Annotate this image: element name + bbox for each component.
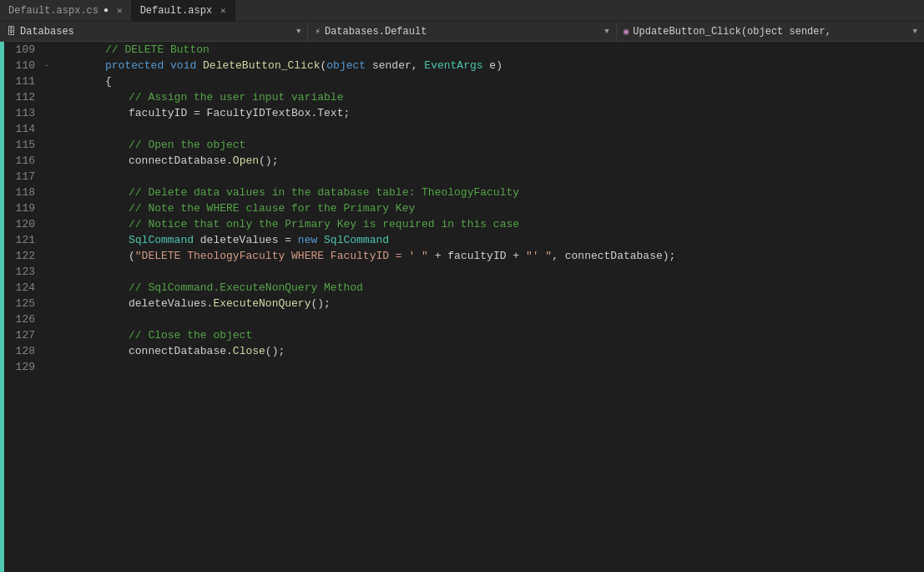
line-number: 119 — [11, 200, 35, 216]
code-line: // Assign the user input variable — [58, 89, 924, 105]
token: ( — [321, 58, 327, 73]
tab-default-aspx[interactable]: Default.aspx ✕ — [132, 0, 235, 21]
token: DeleteButton_Click — [203, 58, 320, 73]
code-line: // DELETE Button — [58, 42, 924, 58]
code-line: connectDatabase.Close(); — [58, 343, 924, 359]
line-number: 123 — [11, 264, 35, 280]
tab-close-2[interactable]: ✕ — [220, 5, 226, 16]
code-line: // Open the object — [58, 137, 924, 153]
tab-bar: Default.aspx.cs ● ✕ Default.aspx ✕ — [0, 0, 924, 22]
line-number: 115 — [11, 137, 35, 153]
code-line: { — [58, 73, 924, 89]
token: // Assign the user input variable — [129, 89, 343, 105]
token: SqlCommand — [129, 232, 194, 248]
token — [196, 58, 203, 73]
code-line: // SqlCommand.ExecuteNonQuery Method — [58, 280, 924, 296]
dropdown-databases-label: Databases — [20, 26, 292, 38]
code-line: // Notice that only the Primary Key is r… — [58, 216, 924, 232]
token: e) — [483, 58, 502, 73]
token: (); — [311, 296, 330, 311]
tab-default-aspx-cs[interactable]: Default.aspx.cs ● ✕ — [0, 0, 132, 21]
code-line: ("DELETE TheologyFaculty WHERE FacultyID… — [58, 248, 924, 264]
token — [317, 232, 324, 248]
dropdown-databases[interactable]: 🗄 Databases ▼ — [0, 22, 308, 41]
line-number: 110 — [11, 58, 35, 73]
token: Open — [233, 153, 259, 169]
database-icon: 🗄 — [7, 26, 16, 37]
token: "DELETE TheologyFaculty WHERE FacultyID … — [135, 248, 428, 264]
line-number: 109 — [11, 42, 35, 58]
line-number: 124 — [11, 280, 35, 296]
collapse-column: − — [42, 42, 52, 572]
method-icon: ◉ — [624, 26, 629, 37]
token: void — [170, 58, 196, 73]
line-number: 118 — [11, 185, 35, 200]
code-line — [58, 359, 924, 375]
code-line: SqlCommand deleteValues = new SqlCommand — [58, 232, 924, 248]
token: // Delete data values in the database ta… — [129, 185, 519, 200]
token: + facultyID + — [428, 248, 526, 264]
line-number: 128 — [11, 343, 35, 359]
line-number: 129 — [11, 359, 35, 375]
token: // Close the object — [129, 327, 252, 343]
line-number: 111 — [11, 73, 35, 89]
dropdown-method[interactable]: ◉ UpdateButton_Click(object sender, ▼ — [617, 22, 924, 41]
code-line: // Close the object — [58, 327, 924, 343]
token: (); — [265, 343, 285, 359]
token: new — [298, 232, 317, 248]
token: SqlCommand — [324, 232, 389, 248]
token: // Notice that only the Primary Key is r… — [129, 216, 519, 232]
token — [164, 58, 170, 73]
line-number: 117 — [11, 169, 35, 185]
line-number: 121 — [11, 232, 35, 248]
line-number: 127 — [11, 327, 35, 343]
line-number: 122 — [11, 248, 35, 264]
token: EventArgs — [424, 58, 482, 73]
token: ExecuteNonQuery — [213, 296, 311, 311]
token: ( — [129, 248, 135, 264]
code-content[interactable]: // DELETE Buttonprotected void DeleteBut… — [52, 42, 924, 572]
tab-close-1[interactable]: ✕ — [117, 5, 123, 16]
line-number: 112 — [11, 89, 35, 105]
dropdown-bar: 🗄 Databases ▼ ⚡ Databases.Default ▼ ◉ Up… — [0, 22, 924, 42]
token: (); — [259, 153, 278, 169]
code-editor[interactable]: 1091101111121131141151161171181191201211… — [0, 42, 924, 572]
dropdown-databases-arrow: ▼ — [296, 28, 300, 36]
tab-label-2: Default.aspx — [140, 5, 212, 17]
dropdown-databases-default[interactable]: ⚡ Databases.Default ▼ — [308, 22, 616, 41]
token: deleteValues = — [194, 232, 298, 248]
token: // SqlCommand.ExecuteNonQuery Method — [129, 280, 363, 296]
token: protected — [105, 58, 164, 73]
token: facultyID = FacultyIDTextBox.Text; — [129, 105, 350, 121]
collapse-button[interactable]: − — [42, 58, 52, 73]
line-number: 114 — [11, 121, 35, 137]
dropdown-method-arrow: ▼ — [913, 28, 917, 36]
code-line — [58, 169, 924, 185]
code-line — [58, 311, 924, 327]
token: "' " — [526, 248, 552, 264]
token: Close — [233, 343, 265, 359]
token: connectDatabase. — [129, 343, 233, 359]
token: // DELETE Button — [105, 42, 210, 58]
code-line: deleteValues.ExecuteNonQuery(); — [58, 296, 924, 311]
tab-modified-dot-1: ● — [104, 6, 109, 15]
line-numbers: 1091101111121131141151161171181191201211… — [4, 42, 42, 572]
token: // Note the WHERE clause for the Primary… — [129, 200, 415, 216]
member-icon: ⚡ — [315, 26, 321, 37]
line-number: 125 — [11, 296, 35, 311]
line-number: 116 — [11, 153, 35, 169]
token: // Open the object — [129, 137, 245, 153]
dropdown-databases-default-label: Databases.Default — [325, 26, 600, 38]
dropdown-method-label: UpdateButton_Click(object sender, — [633, 26, 908, 38]
line-number: 120 — [11, 216, 35, 232]
dropdown-databases-default-arrow: ▼ — [604, 28, 608, 36]
token: sender, — [366, 58, 424, 73]
code-line: protected void DeleteButton_Click(object… — [58, 58, 924, 73]
tab-label-1: Default.aspx.cs — [8, 5, 98, 17]
code-line: // Delete data values in the database ta… — [58, 185, 924, 200]
code-line: // Note the WHERE clause for the Primary… — [58, 200, 924, 216]
code-line — [58, 121, 924, 137]
line-number: 113 — [11, 105, 35, 121]
code-line — [58, 264, 924, 280]
token: , connectDatabase); — [552, 248, 675, 264]
